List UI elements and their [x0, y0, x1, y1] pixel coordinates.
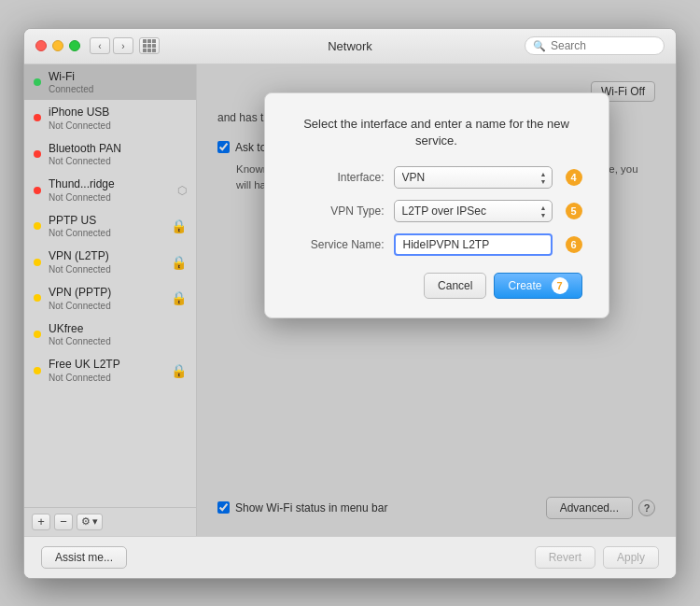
create-button[interactable]: Create 7: [494, 273, 581, 299]
modal-overlay: Select the interface and enter a name fo…: [197, 64, 676, 536]
minimize-button[interactable]: [52, 40, 63, 51]
item-status: Not Connected: [49, 301, 163, 311]
status-dot: [34, 114, 41, 121]
status-dot: [34, 78, 41, 86]
main-window: ‹ › Network 🔍 Wi-Fi Connected: [23, 28, 677, 579]
status-dot: [34, 222, 41, 230]
sidebar-item-free-uk-l2tp[interactable]: Free UK L2TP Not Connected 🔒: [24, 352, 196, 388]
window-title: Network: [328, 39, 372, 53]
item-text: Bluetooth PAN Not Connected: [49, 142, 187, 167]
network-icon: ⬡: [177, 184, 187, 197]
item-name: VPN (PPTP): [49, 286, 163, 301]
sidebar-item-vpn-pptp[interactable]: VPN (PPTP) Not Connected 🔒: [24, 280, 196, 317]
status-dot: [34, 259, 41, 266]
traffic-lights: [35, 40, 80, 51]
status-dot: [34, 331, 41, 338]
assist-me-button[interactable]: Assist me...: [41, 546, 127, 569]
item-name: Wi-Fi: [49, 70, 187, 85]
status-dot: [34, 150, 41, 158]
item-status: Not Connected: [49, 120, 187, 131]
item-text: Free UK L2TP Not Connected: [49, 358, 163, 383]
apply-button[interactable]: Apply: [603, 546, 659, 569]
service-name-badge: 6: [566, 236, 582, 253]
sidebar: Wi-Fi Connected iPhone USB Not Connected…: [24, 64, 197, 536]
bottom-bar: Assist me... Revert Apply: [24, 536, 676, 578]
status-dot: [34, 294, 41, 302]
item-status: Not Connected: [49, 264, 163, 275]
search-input[interactable]: [551, 39, 656, 52]
sidebar-item-iphone-usb[interactable]: iPhone USB Not Connected: [24, 100, 196, 136]
item-text: Thund...ridge Not Connected: [49, 177, 170, 203]
item-name: Thund...ridge: [49, 177, 170, 192]
create-badge: 7: [552, 277, 568, 294]
cancel-button[interactable]: Cancel: [424, 273, 486, 299]
item-status: Not Connected: [49, 373, 163, 383]
sidebar-item-wifi[interactable]: Wi-Fi Connected: [24, 64, 196, 101]
back-button[interactable]: ‹: [90, 37, 110, 54]
service-name-input[interactable]: [394, 233, 553, 256]
content-area: Wi-Fi Off and has the Ask to join new ne…: [197, 64, 676, 536]
vpn-type-select-wrap: L2TP over IPSec ▲ ▼: [394, 200, 553, 222]
sidebar-controls: + − ⚙ ▾: [24, 507, 196, 536]
item-text: PPTP US Not Connected: [49, 214, 163, 239]
interface-select-wrap: VPN ▲ ▼: [394, 166, 553, 189]
item-text: VPN (PPTP) Not Connected: [49, 286, 163, 311]
sidebar-item-pptp-us[interactable]: PPTP US Not Connected 🔒: [24, 208, 196, 245]
lock-icon: 🔒: [171, 290, 187, 305]
item-status: Not Connected: [49, 192, 170, 203]
remove-service-button[interactable]: −: [54, 514, 73, 530]
item-status: Not Connected: [49, 228, 163, 238]
item-name: Bluetooth PAN: [49, 142, 187, 157]
vpn-type-select[interactable]: L2TP over IPSec: [394, 200, 553, 222]
bottom-left: Assist me...: [41, 546, 127, 569]
sidebar-item-ukfree[interactable]: UKfree Not Connected: [24, 317, 196, 353]
add-service-button[interactable]: +: [32, 514, 50, 530]
sidebar-item-vpn-l2tp[interactable]: VPN (L2TP) Not Connected 🔒: [24, 244, 196, 280]
lock-icon: 🔒: [171, 255, 187, 270]
item-text: Wi-Fi Connected: [49, 70, 187, 95]
item-name: iPhone USB: [49, 106, 187, 120]
vpn-type-row: VPN Type: L2TP over IPSec ▲ ▼ 5: [291, 200, 582, 222]
service-name-label: Service Name:: [291, 238, 385, 251]
titlebar: ‹ › Network 🔍: [24, 29, 676, 64]
lock-icon: 🔒: [171, 218, 187, 233]
maximize-button[interactable]: [69, 40, 80, 51]
item-name: VPN (L2TP): [49, 249, 163, 264]
forward-button[interactable]: ›: [113, 37, 133, 54]
sidebar-item-thunderridge[interactable]: Thund...ridge Not Connected ⬡: [24, 172, 196, 208]
chevron-down-icon: ▾: [92, 515, 98, 528]
modal-title: Select the interface and enter a name fo…: [291, 116, 582, 149]
gear-menu-button[interactable]: ⚙ ▾: [77, 514, 103, 530]
lock-icon: 🔒: [171, 363, 187, 378]
interface-row: Interface: VPN ▲ ▼ 4: [291, 166, 582, 189]
search-icon: 🔍: [533, 40, 546, 52]
item-text: UKfree Not Connected: [49, 322, 187, 347]
revert-button[interactable]: Revert: [535, 546, 595, 569]
item-text: VPN (L2TP) Not Connected: [49, 249, 163, 275]
service-name-row: Service Name: 6: [291, 233, 582, 256]
sidebar-item-bluetooth-pan[interactable]: Bluetooth PAN Not Connected: [24, 136, 196, 173]
status-dot: [34, 367, 41, 374]
vpn-type-badge: 5: [566, 203, 582, 219]
item-status: Not Connected: [49, 156, 187, 166]
gear-icon: ⚙: [81, 515, 91, 528]
grid-button[interactable]: [139, 37, 160, 54]
status-dot: [34, 187, 41, 194]
new-service-modal: Select the interface and enter a name fo…: [264, 92, 609, 318]
item-name: PPTP US: [49, 214, 163, 229]
interface-label: Interface:: [291, 171, 385, 184]
interface-select[interactable]: VPN: [394, 166, 553, 189]
item-status: Connected: [49, 84, 187, 94]
bottom-right: Revert Apply: [535, 546, 659, 569]
item-name: UKfree: [49, 322, 187, 337]
nav-buttons: ‹ ›: [90, 37, 133, 54]
item-name: Free UK L2TP: [49, 358, 163, 373]
search-box[interactable]: 🔍: [525, 36, 665, 55]
vpn-type-label: VPN Type:: [291, 204, 385, 218]
modal-buttons: Cancel Create 7: [291, 273, 582, 299]
grid-icon: [143, 39, 156, 52]
item-text: iPhone USB Not Connected: [49, 106, 187, 131]
item-status: Not Connected: [49, 336, 187, 346]
main-area: Wi-Fi Connected iPhone USB Not Connected…: [24, 64, 676, 536]
close-button[interactable]: [35, 40, 47, 51]
